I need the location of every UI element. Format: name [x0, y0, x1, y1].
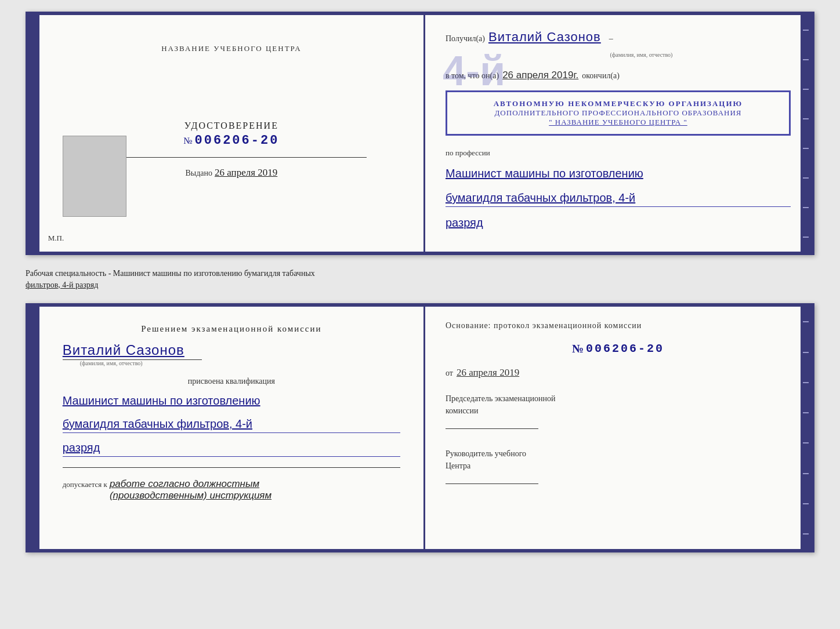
- big-number-watermark: 4-й: [443, 50, 505, 92]
- chairman-label1: Председатель экзаменационной: [446, 392, 791, 405]
- middle-label-area: Рабочая специальность - Машинист машины …: [26, 264, 814, 294]
- issued-date: 26 апреля 2019: [215, 167, 277, 179]
- completed-label: окончил(а): [582, 71, 620, 81]
- from-date: 26 апреля 2019: [457, 367, 519, 379]
- dash8: [803, 237, 809, 238]
- recipient-name-top: Виталий Сазонов: [488, 30, 601, 45]
- dash6: [803, 177, 809, 179]
- bdash7: [803, 503, 809, 504]
- right-spine-top: [801, 15, 811, 252]
- left-spine-bottom: [29, 307, 39, 549]
- allowed-text-block: работе согласно должностным (производств…: [110, 478, 271, 501]
- profession-line2: бумагидля табачных фильтров, 4-й: [446, 189, 791, 207]
- dash3: [803, 89, 809, 90]
- middle-text1: Рабочая специальность - Машинист машины …: [26, 269, 315, 278]
- bottom-document: Решением экзаменационной комиссии Витали…: [26, 303, 814, 552]
- bdash5: [803, 442, 809, 443]
- left-spine-top: [29, 15, 39, 252]
- fact-date: 26 апреля 2019г.: [502, 70, 578, 81]
- received-prefix: Получил(а): [446, 34, 485, 43]
- stamp-line2: ДОПОЛНИТЕЛЬНОГО ПРОФЕССИОНАЛЬНОГО ОБРАЗО…: [458, 108, 779, 118]
- dash1: [803, 30, 809, 31]
- chairman-signature-line: [446, 428, 538, 429]
- protocol-number: 006206-20: [586, 342, 664, 355]
- recipient-hint-bottom: (фамилия, имя, отчество): [80, 360, 143, 366]
- top-doc-left-panel: НАЗВАНИЕ УЧЕБНОГО ЦЕНТРА УДОСТОВЕРЕНИЕ №…: [39, 15, 425, 252]
- qual-line2: бумагидля табачных фильтров, 4-й: [63, 415, 400, 433]
- top-doc-right-panel: Получил(а) Виталий Сазонов – (фамилия, и…: [425, 15, 811, 252]
- from-prefix: от: [446, 369, 453, 378]
- stamp-block: АВТОНОМНУЮ НЕКОММЕРЧЕСКУЮ ОРГАНИЗАЦИЮ ДО…: [446, 90, 791, 136]
- bottom-doc-left-panel: Решением экзаменационной комиссии Витали…: [39, 307, 425, 549]
- bdash1: [803, 321, 809, 322]
- profession-label: по профессии: [446, 148, 791, 158]
- right-spine-bottom: [801, 307, 811, 549]
- dash2: [803, 59, 809, 60]
- chairman-block: Председатель экзаменационной комиссии: [446, 392, 791, 429]
- chairman-label2: комиссии: [446, 405, 791, 417]
- qual-line3: разряд: [63, 439, 400, 457]
- dash7: [803, 207, 809, 208]
- mp-label: М.П.: [48, 234, 64, 243]
- bdash2: [803, 352, 809, 353]
- allowed-prefix: допускается к: [63, 480, 107, 489]
- bdash8: [803, 533, 809, 535]
- cert-label: УДОСТОВЕРЕНИЕ: [183, 121, 279, 131]
- director-label1: Руководитель учебного: [446, 448, 791, 460]
- director-label2: Центра: [446, 460, 791, 472]
- cert-number-prefix: №: [183, 136, 192, 146]
- top-document: НАЗВАНИЕ УЧЕБНОГО ЦЕНТРА УДОСТОВЕРЕНИЕ №…: [26, 12, 814, 255]
- qualification-label: присвоена квалификация: [63, 377, 400, 386]
- cert-photo: [63, 136, 126, 217]
- director-block: Руководитель учебного Центра: [446, 448, 791, 484]
- profession-line1: Машинист машины по изготовлению: [446, 165, 791, 182]
- bdash3: [803, 382, 809, 383]
- allowed-line: допускается к работе согласно должностны…: [63, 478, 400, 501]
- issued-label: Выдано: [185, 169, 212, 178]
- middle-text2: фильтров, 4-й разряд: [26, 281, 98, 289]
- number-prefix-bottom: №: [572, 342, 584, 355]
- director-signature-line: [446, 483, 538, 484]
- center-name-top-label: НАЗВАНИЕ УЧЕБНОГО ЦЕНТРА: [161, 44, 301, 53]
- allowed-text2: (производственным) инструкциям: [110, 490, 271, 501]
- dash4: [803, 118, 809, 119]
- recipient-name-bottom: Виталий Сазонов: [63, 342, 184, 358]
- bdash6: [803, 473, 809, 474]
- bdash4: [803, 412, 809, 413]
- basis-label: Основание: протокол экзаменационной коми…: [446, 321, 791, 330]
- bottom-doc-right-panel: Основание: протокол экзаменационной коми…: [425, 307, 811, 549]
- profession-line3: разряд: [446, 214, 791, 231]
- qual-line1: Машинист машины по изготовлению: [63, 392, 400, 409]
- recipient-hint-top: (фамилия, имя, отчество): [492, 52, 791, 58]
- commission-title: Решением экзаменационной комиссии: [63, 324, 400, 334]
- stamp-line3: " НАЗВАНИЕ УЧЕБНОГО ЦЕНТРА ": [458, 118, 779, 127]
- cert-number: 006206-20: [195, 133, 280, 148]
- dash5: [803, 148, 809, 149]
- stamp-line1: АВТОНОМНУЮ НЕКОММЕРЧЕСКУЮ ОРГАНИЗАЦИЮ: [458, 99, 779, 108]
- allowed-text1: работе согласно должностным: [110, 478, 259, 489]
